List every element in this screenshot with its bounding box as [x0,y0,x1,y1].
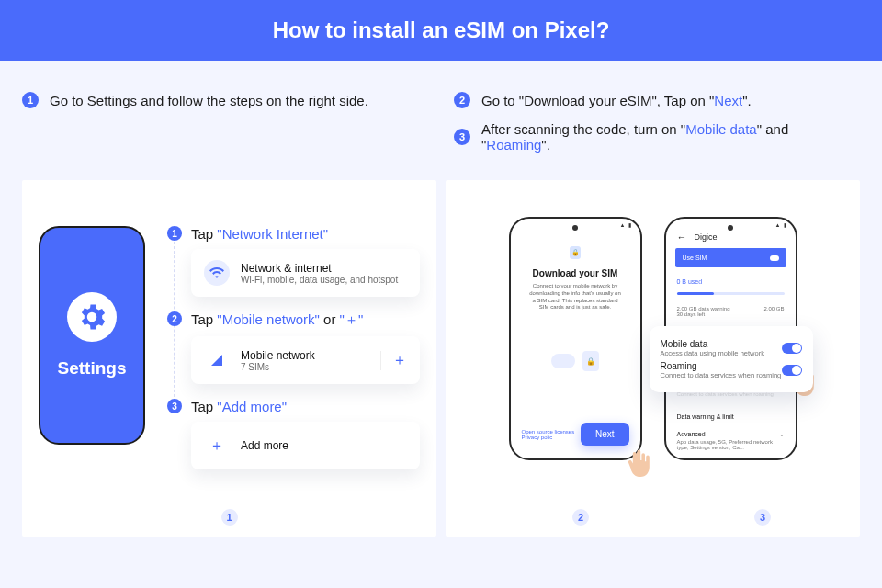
badge-1: 1 [221,509,238,526]
tile-mobile-sub: 7 SIMs [241,362,380,372]
instruction-3-post: ". [541,137,550,153]
step-2: 2 Tap "Mobile network" or "＋" Mobile net… [167,311,420,384]
instruction-2-post: ". [742,93,752,108]
data-warning-label: Data warning & limit [677,413,785,420]
instruction-3-text: After scanning the code, turn on "Mobile… [481,121,860,153]
badge-3: 3 [754,509,771,526]
roaming-sub: Connect to data services when roaming [661,371,782,379]
phone-3-wrap: ▲▮ ← Digicel Use SIM 0 B used [664,217,797,460]
step-2-pre: Tap [191,311,217,327]
status-icons: ▲▮ [620,221,631,228]
phone-download-sim: ▲▮ 🔒 Download your SIM Connect to your m… [509,217,642,460]
cards-row: Settings 1 Tap "Network Internet" Networ… [0,180,882,537]
instruction-3-hl1: Mobile data [685,121,757,137]
instruction-1-text: Go to Settings and follow the steps on t… [50,93,368,108]
sim-illustration: 🔒 [526,343,626,379]
instruction-3-pre: After scanning the code, turn on " [481,121,685,137]
phone-notch [572,225,578,231]
tile-mobile-network[interactable]: Mobile network 7 SIMs ＋ [191,336,420,384]
use-sim-row[interactable]: Use SIM [675,248,786,267]
step-2-mid: or [320,311,340,327]
roaming-title: Roaming [661,361,782,371]
settings-label: Settings [58,358,127,379]
header-banner: How to install an eSIM on Pixel? [0,0,882,61]
step-2-num: 2 [167,311,182,326]
step-2-hl2: "＋" [340,311,364,327]
badge-2: 2 [572,509,589,526]
mobile-data-toggle-row[interactable]: Mobile data Access data using mobile net… [661,339,802,357]
step-2-hl: "Mobile network" [217,311,320,327]
step-num-3: 3 [454,129,470,145]
card-1: Settings 1 Tap "Network Internet" Networ… [22,180,436,537]
footer-links[interactable]: Open source licenses Privacy polic [522,429,581,440]
data-limit-right: 2.00 GB [763,306,784,317]
step-3-num: 3 [167,399,182,413]
steps-col: 1 Tap "Network Internet" Network & inter… [167,226,420,484]
phone-2-wrap: ▲▮ 🔒 Download your SIM Connect to your m… [509,217,642,460]
step-3-hl: "Add more" [217,399,287,414]
page-title: How to install an eSIM on Pixel? [273,17,610,43]
instruction-2-text: Go to "Download your eSIM", Tap on "Next… [481,93,752,108]
data-used-value: 0 B used [677,278,785,285]
carrier-name: Digicel [695,232,719,242]
phone-header: ← Digicel [677,232,719,243]
back-icon[interactable]: ← [677,232,687,243]
instruction-3: 3 After scanning the code, turn on "Mobi… [454,121,860,153]
gear-icon [67,292,117,342]
step-3-text: Tap "Add more" [191,399,420,414]
instruction-2-pre: Go to "Download your eSIM", Tap on " [481,93,714,108]
signal-icon [204,347,230,373]
step-1-text: Tap "Network Internet" [191,226,420,242]
data-warning-row[interactable]: Data warning & limit [666,408,796,425]
use-sim-toggle-on[interactable] [770,255,779,261]
advanced-label: Advanced [677,431,785,437]
data-usage-bar [677,292,785,295]
data-limit-left: 2.00 GB data warning 30 days left [677,306,730,317]
tile-network-title: Network & internet [241,262,407,275]
instruction-3-hl2: Roaming [486,137,541,153]
data-used-row: 0 B used [666,273,796,290]
instruction-2: 2 Go to "Download your eSIM", Tap on "Ne… [454,92,860,108]
data-limit-row: 2.00 GB data warning 30 days left 2.00 G… [666,300,796,322]
download-sim-title: Download your SIM [526,268,626,278]
tile-addmore-title: Add more [241,439,407,452]
step-3: 3 Tap "Add more" ＋ Add more [167,399,420,469]
step-1-pre: Tap [191,226,217,242]
phone-notch [728,225,733,231]
instructions-block: 1 Go to Settings and follow the steps on… [0,92,882,165]
chevron-down-icon: ⌄ [779,431,785,438]
step-3-pre: Tap [191,399,217,414]
mobile-data-sub: Access data using mobile network [661,349,764,357]
use-sim-label: Use SIM [683,254,707,261]
instruction-2-hl: Next [714,93,742,108]
advanced-sub: App data usage, 5G, Preferred network ty… [677,439,785,450]
step-num-2: 2 [454,92,470,108]
tile-network-internet[interactable]: Network & internet Wi-Fi, mobile, data u… [191,249,420,297]
tile-network-sub: Wi-Fi, mobile, data usage, and hotspot [241,275,407,285]
mobile-data-title: Mobile data [661,339,764,349]
settings-phone-mock: Settings [39,226,145,445]
cloud-icon [551,354,575,368]
shield-icon: 🔒 [570,246,581,259]
add-network-plus-icon[interactable]: ＋ [380,351,407,370]
step-1-num: 1 [167,226,182,241]
sim-icon: 🔒 [582,351,599,371]
step-num-1: 1 [22,92,39,108]
step-1: 1 Tap "Network Internet" Network & inter… [167,226,420,297]
card-2: ▲▮ 🔒 Download your SIM Connect to your m… [446,180,860,537]
tile-add-more[interactable]: ＋ Add more [191,422,420,469]
download-sim-sub: Connect to your mobile network by downlo… [526,283,626,311]
roaming-toggle-row[interactable]: Roaming Connect to data services when ro… [661,361,802,379]
wifi-icon [204,260,230,286]
step-1-hl: "Network Internet" [217,226,328,242]
roaming-toggle[interactable] [782,365,802,376]
advanced-row[interactable]: Advanced App data usage, 5G, Preferred n… [666,425,796,456]
step-2-text: Tap "Mobile network" or "＋" [191,311,420,329]
instructions-right: 2 Go to "Download your eSIM", Tap on "Ne… [454,92,860,165]
next-button[interactable]: Next [581,423,629,446]
mobile-data-toggle[interactable] [782,343,802,354]
tile-mobile-title: Mobile network [241,349,380,362]
instruction-1: 1 Go to Settings and follow the steps on… [22,92,428,108]
plus-icon: ＋ [204,433,230,458]
toggle-card: Mobile data Access data using mobile net… [650,326,813,392]
